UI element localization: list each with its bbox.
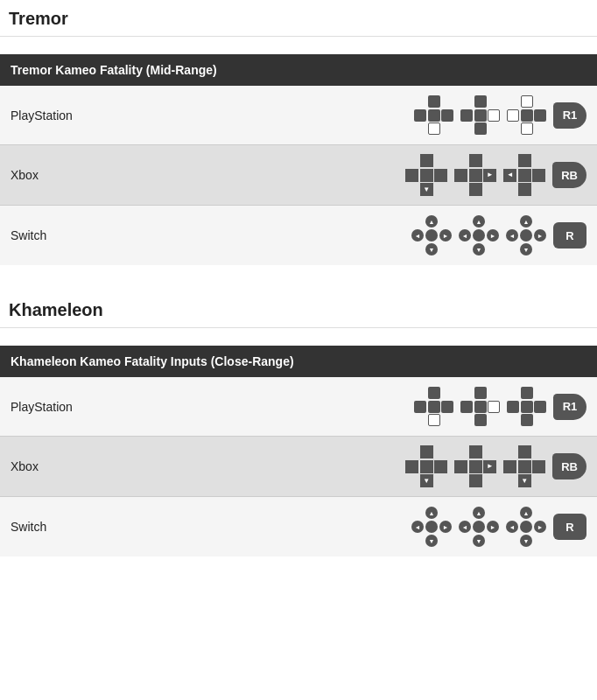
khameleon-ps-dpad2	[460, 387, 500, 426]
khameleon-ps-dpad1	[414, 387, 453, 426]
tremor-ps-inputs: R1	[414, 95, 586, 135]
tremor-xbox-dpad2: ►	[454, 154, 496, 196]
tremor-ps-dpad1	[414, 95, 453, 135]
khameleon-table: Khameleon Kameo Fatality Inputs (Close-R…	[0, 346, 597, 556]
khameleon-xbox-dpad3: ▼	[503, 445, 545, 487]
tremor-title: Tremor	[0, 0, 597, 37]
khameleon-xbox-label: Xbox	[11, 459, 98, 473]
khameleon-xbox-row: Xbox ▼ ►	[0, 437, 597, 497]
khameleon-switch-dpad1: ▲ ◄► ▼	[411, 507, 452, 547]
tremor-xbox-inputs: ▼ ► ◄	[405, 154, 586, 196]
khameleon-ps-r1: R1	[553, 394, 586, 420]
khameleon-switch-r: R	[553, 514, 586, 540]
tremor-xbox-rb: RB	[552, 162, 586, 188]
tremor-switch-r: R	[553, 222, 586, 248]
khameleon-ps-inputs: R1	[414, 387, 586, 426]
tremor-ps-label: PlayStation	[11, 108, 98, 122]
khameleon-fatality-header: Khameleon Kameo Fatality Inputs (Close-R…	[0, 346, 597, 377]
tremor-ps-r1: R1	[553, 102, 586, 129]
tremor-table: Tremor Kameo Fatality (Mid-Range) PlaySt…	[0, 54, 597, 265]
khameleon-switch-dpad3: ▲ ◄► ▼	[506, 507, 546, 547]
khameleon-switch-inputs: ▲ ◄► ▼ ▲ ◄► ▼ ▲ ◄►	[411, 507, 586, 547]
tremor-fatality-header: Tremor Kameo Fatality (Mid-Range)	[0, 54, 597, 86]
khameleon-ps-dpad3	[507, 387, 546, 426]
tremor-switch-dpad3: ▲ ◄► ▼	[506, 215, 546, 256]
khameleon-section: Khameleon Khameleon Kameo Fatality Input…	[0, 291, 597, 556]
khameleon-xbox-dpad1: ▼	[405, 445, 447, 487]
tremor-xbox-row: Xbox ▼ ►	[0, 145, 597, 206]
khameleon-switch-dpad2: ▲ ◄► ▼	[459, 507, 499, 547]
khameleon-ps-row: PlayStation	[0, 377, 597, 437]
khameleon-xbox-rb: RB	[552, 453, 586, 480]
tremor-section: Tremor Tremor Kameo Fatality (Mid-Range)…	[0, 0, 597, 265]
khameleon-switch-row: Switch ▲ ◄► ▼ ▲ ◄► ▼	[0, 497, 597, 556]
tremor-ps-dpad2	[460, 95, 500, 135]
khameleon-title: Khameleon	[0, 291, 597, 328]
tremor-xbox-dpad3: ◄	[503, 154, 545, 196]
tremor-xbox-dpad1: ▼	[405, 154, 447, 196]
tremor-ps-row: PlayStation	[0, 86, 597, 145]
khameleon-ps-label: PlayStation	[11, 400, 98, 414]
tremor-switch-dpad1: ▲ ◄► ▼	[411, 215, 452, 256]
tremor-switch-row: Switch ▲ ◄► ▼ ▲ ◄► ▼	[0, 206, 597, 265]
khameleon-switch-label: Switch	[11, 520, 98, 534]
tremor-ps-dpad3	[507, 95, 546, 135]
tremor-switch-label: Switch	[11, 228, 98, 242]
khameleon-xbox-dpad2: ►	[454, 445, 496, 487]
tremor-xbox-label: Xbox	[11, 168, 98, 182]
tremor-switch-inputs: ▲ ◄► ▼ ▲ ◄► ▼ ▲ ◄►	[411, 215, 586, 256]
khameleon-xbox-inputs: ▼ ► ▼	[405, 445, 586, 487]
tremor-switch-dpad2: ▲ ◄► ▼	[459, 215, 499, 256]
